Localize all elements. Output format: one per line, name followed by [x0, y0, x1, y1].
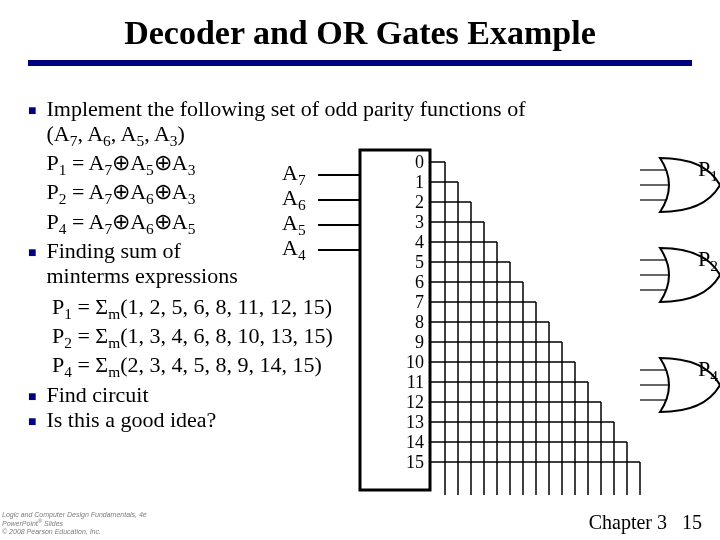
footer-credits: Logic and Computer Design Fundamentals, …: [2, 511, 147, 536]
bullet1-line2: (A7, A6, A5, A3): [46, 121, 184, 146]
svg-text:9: 9: [415, 332, 424, 352]
svg-text:3: 3: [415, 212, 424, 232]
svg-text:0: 0: [415, 152, 424, 172]
circuit-diagram: 0123 4567 891011 12131415: [300, 140, 720, 510]
bullet2-a: Finding sum of: [46, 238, 180, 263]
bullet4: Is this a good idea?: [46, 407, 216, 432]
bullet1-line1: Implement the following set of odd parit…: [46, 96, 525, 121]
footer-page: Chapter 3 15: [589, 511, 702, 534]
svg-text:11: 11: [407, 372, 424, 392]
svg-text:14: 14: [406, 432, 424, 452]
gate-label-p2: P2: [698, 246, 718, 275]
eq-p4: P4 = A7⊕A6⊕A5: [46, 209, 195, 234]
title-rule: [28, 60, 692, 66]
svg-text:10: 10: [406, 352, 424, 372]
svg-text:4: 4: [415, 232, 424, 252]
bullet-square: ■: [28, 102, 36, 118]
svg-text:8: 8: [415, 312, 424, 332]
bullet3: Find circuit: [46, 382, 148, 407]
bullet-square: ■: [28, 413, 36, 429]
bullet-square: ■: [28, 388, 36, 404]
gate-label-p4: P4: [698, 356, 718, 385]
svg-text:5: 5: [415, 252, 424, 272]
gate-label-p1: P1: [698, 156, 718, 185]
svg-text:15: 15: [406, 452, 424, 472]
svg-text:7: 7: [415, 292, 424, 312]
eq-p2: P2 = A7⊕A6⊕A3: [46, 179, 195, 204]
svg-text:1: 1: [415, 172, 424, 192]
svg-text:6: 6: [415, 272, 424, 292]
eq-p1: P1 = A7⊕A5⊕A3: [46, 150, 195, 175]
svg-text:13: 13: [406, 412, 424, 432]
slide-title: Decoder and OR Gates Example: [0, 0, 720, 52]
svg-text:2: 2: [415, 192, 424, 212]
bullet-square: ■: [28, 244, 36, 260]
bullet2-b: minterms expressions: [46, 263, 237, 288]
svg-text:12: 12: [406, 392, 424, 412]
